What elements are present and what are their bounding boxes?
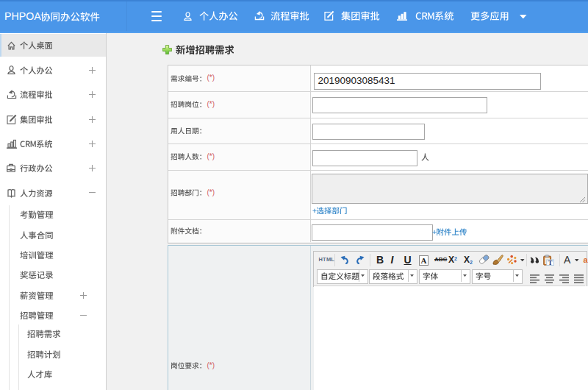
svg-text:A: A [421, 255, 427, 264]
svg-text:T: T [548, 259, 553, 266]
